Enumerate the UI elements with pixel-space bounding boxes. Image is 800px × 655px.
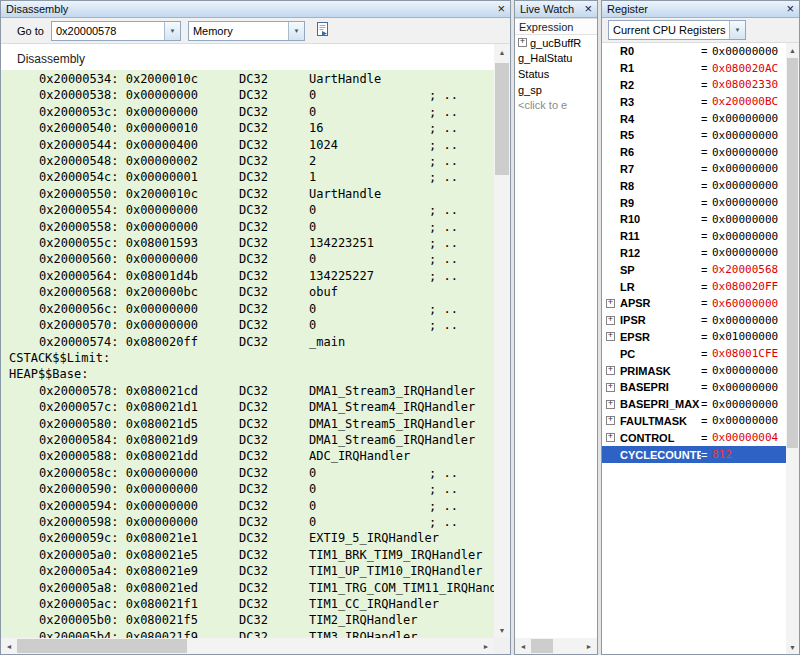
register-row[interactable]: SP=0x20000568: [602, 261, 786, 278]
disassembly-horizontal-scrollbar[interactable]: ◄ ►: [1, 638, 494, 654]
scroll-thumb[interactable]: [531, 639, 553, 653]
register-row[interactable]: +CONTROL=0x00000004: [602, 429, 786, 446]
disassembly-title: Disassembly: [6, 3, 495, 15]
disassembly-vertical-scrollbar[interactable]: ▲ ▼: [494, 44, 510, 638]
register-expand-slot: +: [606, 400, 620, 409]
register-row[interactable]: R5=0x00000000: [602, 127, 786, 144]
register-value: 0x00000000: [712, 381, 778, 394]
asm-opcode: DC32: [239, 219, 309, 235]
asm-line: 0x200005b4: 0x080021f9DC32TIM3_IRQHandle…: [9, 629, 494, 638]
memory-window-button[interactable]: [312, 20, 333, 41]
asm-operand: TIM3_IRQHandler: [309, 629, 429, 638]
expand-icon[interactable]: +: [606, 332, 615, 341]
register-row[interactable]: R3=0x200000BC: [602, 93, 786, 110]
register-row[interactable]: +EPSR=0x01000000: [602, 329, 786, 346]
expand-icon[interactable]: +: [606, 299, 615, 308]
chevron-down-icon[interactable]: ▼: [288, 22, 304, 40]
asm-opcode: DC32: [239, 120, 309, 136]
scroll-down-icon[interactable]: ▼: [494, 622, 510, 638]
scroll-left-icon[interactable]: ◄: [515, 638, 531, 654]
scroll-left-icon[interactable]: ◄: [1, 638, 17, 654]
scroll-thumb[interactable]: [787, 58, 798, 448]
expand-icon[interactable]: +: [606, 366, 615, 375]
disassembly-code[interactable]: 0x20000534: 0x2000010cDC32UartHandle0x20…: [1, 70, 494, 638]
disassembly-view[interactable]: Disassembly 0x20000534: 0x2000010cDC32Ua…: [1, 44, 494, 638]
scroll-thumb[interactable]: [495, 63, 509, 175]
scroll-right-icon[interactable]: ►: [478, 638, 494, 654]
asm-operand: 2: [309, 153, 429, 169]
scroll-right-icon[interactable]: ►: [581, 638, 597, 654]
asm-line: 0x20000540: 0x00000010DC3216; ..: [9, 120, 494, 136]
register-name: R8: [620, 180, 701, 192]
expand-icon[interactable]: +: [606, 316, 615, 325]
scroll-track[interactable]: [786, 57, 799, 640]
register-row[interactable]: R12=0x00000000: [602, 245, 786, 262]
register-row[interactable]: +PRIMASK=0x00000000: [602, 362, 786, 379]
close-icon[interactable]: ×: [582, 3, 594, 15]
register-titlebar[interactable]: Register ×: [602, 1, 799, 18]
register-row[interactable]: LR=0x080020FF: [602, 278, 786, 295]
scroll-thumb[interactable]: [17, 639, 187, 653]
watch-row[interactable]: Status: [515, 66, 597, 82]
asm-operand: obuf: [309, 284, 429, 300]
scroll-up-icon[interactable]: ▲: [494, 44, 510, 60]
register-row[interactable]: R1=0x080020AC: [602, 60, 786, 77]
expand-icon[interactable]: +: [606, 416, 615, 425]
asm-opcode: DC32: [239, 481, 309, 497]
scroll-track[interactable]: [494, 60, 510, 622]
asm-comment: ; ..: [429, 88, 458, 102]
register-row[interactable]: R6=0x00000000: [602, 144, 786, 161]
asm-comment: ; ..: [429, 515, 458, 529]
register-group-combobox[interactable]: Current CPU Registers ▼: [608, 20, 746, 40]
register-row[interactable]: R0=0x00000000: [602, 43, 786, 60]
chevron-down-icon[interactable]: ▼: [164, 22, 180, 40]
register-row[interactable]: +FAULTMASK=0x00000000: [602, 413, 786, 430]
register-row[interactable]: R4=0x00000000: [602, 110, 786, 127]
register-row[interactable]: R7=0x00000000: [602, 161, 786, 178]
asm-line: 0x20000574: 0x080020ffDC32_main: [9, 334, 494, 350]
register-row[interactable]: R11=0x00000000: [602, 228, 786, 245]
expand-icon[interactable]: +: [606, 383, 615, 392]
register-value: 0x00000000: [712, 314, 778, 327]
asm-line: 0x20000538: 0x00000000DC320; ..: [9, 87, 494, 103]
asm-address-data: 0x200005ac: 0x080021f1: [39, 596, 239, 612]
watch-row[interactable]: g_sp: [515, 82, 597, 98]
register-row[interactable]: R8=0x00000000: [602, 177, 786, 194]
scroll-up-icon[interactable]: ▲: [786, 43, 799, 57]
close-icon[interactable]: ×: [784, 3, 796, 15]
watch-row[interactable]: <click to e: [515, 97, 597, 113]
register-name: SP: [620, 264, 701, 276]
expand-icon[interactable]: +: [606, 433, 615, 442]
register-row[interactable]: +IPSR=0x00000000: [602, 312, 786, 329]
expression-column-header[interactable]: Expression: [515, 19, 597, 35]
register-row[interactable]: +BASEPRI_MAX=0x00000000: [602, 396, 786, 413]
register-row[interactable]: R9=0x00000000: [602, 194, 786, 211]
register-row[interactable]: PC=0x08001CFE: [602, 345, 786, 362]
register-row[interactable]: +BASEPRI=0x00000000: [602, 379, 786, 396]
register-row[interactable]: R2=0x08002330: [602, 77, 786, 94]
watch-row[interactable]: g_HalStatu: [515, 51, 597, 67]
disassembly-titlebar[interactable]: Disassembly ×: [1, 1, 510, 18]
asm-comment: ; ..: [429, 105, 458, 119]
register-row[interactable]: R10=0x00000000: [602, 211, 786, 228]
scroll-track[interactable]: [531, 638, 581, 654]
register-row[interactable]: CYCLECOUNTER=812: [602, 446, 786, 463]
close-icon[interactable]: ×: [495, 3, 507, 15]
asm-opcode: DC32: [239, 251, 309, 267]
register-vertical-scrollbar[interactable]: ▲ ▼: [786, 43, 799, 654]
expand-icon[interactable]: +: [518, 38, 527, 47]
watch-row[interactable]: +g_ucBuffR: [515, 35, 597, 51]
expand-icon[interactable]: +: [606, 400, 615, 409]
asm-address-data: 0x2000055c: 0x08001593: [39, 235, 239, 251]
live-watch-titlebar[interactable]: Live Watch ×: [515, 1, 597, 18]
view-mode-combobox[interactable]: Memory ▼: [188, 21, 305, 41]
register-value: 0x08001CFE: [712, 347, 778, 360]
chevron-down-icon[interactable]: ▼: [729, 21, 745, 39]
goto-address-combobox[interactable]: 0x20000578 ▼: [51, 21, 181, 41]
scroll-track[interactable]: [17, 638, 478, 654]
register-row[interactable]: +APSR=0x60000000: [602, 295, 786, 312]
register-rows[interactable]: R0=0x00000000R1=0x080020ACR2=0x08002330R…: [602, 43, 786, 654]
live-watch-rows[interactable]: +g_ucBuffRg_HalStatuStatusg_sp<click to …: [515, 35, 597, 638]
live-watch-horizontal-scrollbar[interactable]: ◄ ►: [515, 638, 597, 654]
scroll-down-icon[interactable]: ▼: [786, 640, 799, 654]
